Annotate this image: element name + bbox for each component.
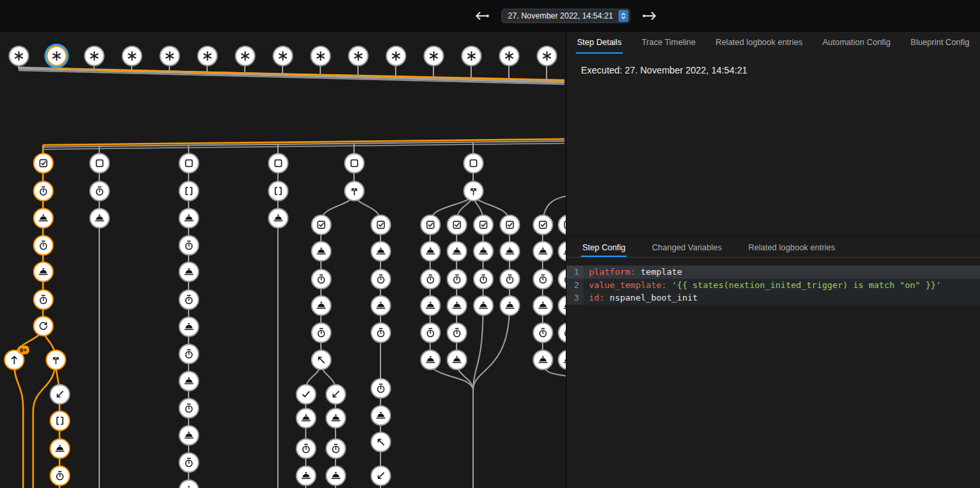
delay-node[interactable] [447, 269, 467, 289]
service-call-node[interactable] [420, 350, 441, 370]
trigger-node[interactable] [159, 46, 180, 66]
delay-node[interactable] [420, 269, 441, 289]
sequence-node[interactable] [268, 181, 289, 201]
condition-list-node[interactable] [268, 153, 289, 173]
choose-node[interactable] [46, 350, 66, 370]
service-call-node[interactable] [371, 405, 391, 426]
service-call-node[interactable] [500, 295, 520, 316]
next-run-icon[interactable] [641, 7, 658, 24]
delay-node[interactable] [420, 322, 441, 343]
details-tab-related-logbook-entries[interactable]: Related logbook entries [714, 32, 803, 54]
sequence-node[interactable] [50, 411, 70, 431]
service-call-node[interactable] [326, 465, 346, 486]
service-call-node[interactable] [179, 425, 199, 446]
repeat-node[interactable] [33, 316, 54, 336]
service-call-node[interactable] [50, 438, 70, 459]
condition-node[interactable] [473, 215, 494, 235]
service-call-node[interactable] [311, 241, 332, 262]
trigger-node[interactable] [386, 46, 406, 66]
trigger-node[interactable] [537, 46, 557, 66]
condition-node[interactable] [33, 153, 54, 173]
service-call-node[interactable] [179, 317, 199, 337]
service-call-node[interactable] [371, 295, 391, 316]
condition-list-node[interactable] [463, 153, 484, 173]
yaml-editor[interactable]: 1platform: template2value_template: '{{ … [566, 266, 980, 305]
service-call-node[interactable] [420, 295, 441, 316]
config-tab-related-logbook-entries[interactable]: Related logbook entries [747, 239, 836, 257]
delay-node[interactable] [33, 289, 54, 310]
service-call-node[interactable] [311, 295, 332, 316]
trigger-node[interactable] [84, 46, 105, 66]
check-node[interactable] [296, 384, 316, 405]
trigger-node[interactable] [273, 46, 293, 66]
service-call-node[interactable] [371, 241, 391, 262]
arrow-node[interactable] [311, 350, 332, 370]
delay-node[interactable] [311, 322, 332, 343]
arrow-node[interactable] [371, 465, 391, 486]
delay-node[interactable] [179, 235, 199, 256]
loop-back-node[interactable]: 9+ [4, 350, 24, 370]
delay-node[interactable] [371, 269, 391, 289]
details-tab-trace-timeline[interactable]: Trace Timeline [641, 32, 697, 54]
service-call-node[interactable] [179, 371, 199, 391]
trigger-node[interactable] [423, 46, 444, 66]
previous-run-icon[interactable] [474, 7, 491, 24]
service-call-node[interactable] [473, 241, 494, 262]
condition-node[interactable] [311, 215, 332, 235]
delay-node[interactable] [33, 181, 54, 201]
service-call-node[interactable] [533, 295, 553, 316]
delay-node[interactable] [371, 378, 391, 399]
service-call-node[interactable] [447, 350, 467, 370]
service-call-node[interactable] [533, 350, 553, 370]
trigger-node[interactable] [310, 46, 331, 66]
run-selector[interactable]: 27. November 2022, 14:54:21 [502, 9, 631, 23]
condition-node[interactable] [500, 215, 520, 235]
details-tab-step-details[interactable]: Step Details [576, 32, 623, 54]
service-call-node[interactable] [447, 241, 467, 262]
trigger-node[interactable] [46, 46, 67, 66]
arrow-node[interactable] [326, 384, 346, 405]
delay-node[interactable] [179, 344, 199, 364]
service-call-node[interactable] [326, 408, 346, 428]
sequence-node[interactable] [179, 181, 199, 201]
delay-node[interactable] [296, 438, 316, 459]
service-call-node[interactable] [268, 208, 289, 228]
condition-list-node[interactable] [344, 153, 365, 173]
trigger-node[interactable] [348, 46, 369, 66]
config-tab-changed-variables[interactable]: Changed Variables [650, 239, 723, 257]
condition-list-node[interactable] [89, 153, 110, 173]
service-call-node[interactable] [89, 208, 110, 228]
trigger-node[interactable] [197, 46, 218, 66]
config-tab-step-config[interactable]: Step Config [581, 239, 627, 257]
delay-node[interactable] [500, 269, 520, 289]
trigger-node[interactable] [235, 46, 255, 66]
delay-node[interactable] [89, 181, 110, 201]
delay-node[interactable] [179, 398, 199, 418]
trigger-node[interactable] [9, 46, 29, 66]
condition-list-node[interactable] [179, 153, 199, 173]
delay-node[interactable] [533, 322, 553, 343]
service-call-node[interactable] [447, 295, 467, 316]
delay-node[interactable] [447, 322, 467, 343]
service-call-node[interactable] [179, 208, 199, 228]
trigger-node[interactable] [122, 46, 142, 66]
delay-node[interactable] [179, 452, 199, 473]
trigger-node[interactable] [461, 46, 482, 66]
service-call-node[interactable] [296, 408, 316, 428]
condition-node[interactable] [447, 215, 467, 235]
condition-node[interactable] [533, 215, 553, 235]
service-call-node[interactable] [179, 262, 199, 282]
service-call-node[interactable] [533, 241, 553, 262]
trigger-node[interactable] [499, 46, 519, 66]
details-tab-automation-config[interactable]: Automation Config [821, 32, 892, 54]
choose-node[interactable] [463, 181, 484, 201]
delay-node[interactable] [33, 235, 54, 256]
service-call-node[interactable] [296, 465, 316, 486]
service-call-node[interactable] [500, 241, 520, 262]
arrow-node[interactable] [50, 384, 70, 405]
condition-node[interactable] [371, 215, 391, 235]
choose-node[interactable] [344, 181, 365, 201]
service-call-node[interactable] [420, 241, 441, 262]
delay-node[interactable] [50, 465, 70, 486]
delay-node[interactable] [179, 289, 199, 310]
